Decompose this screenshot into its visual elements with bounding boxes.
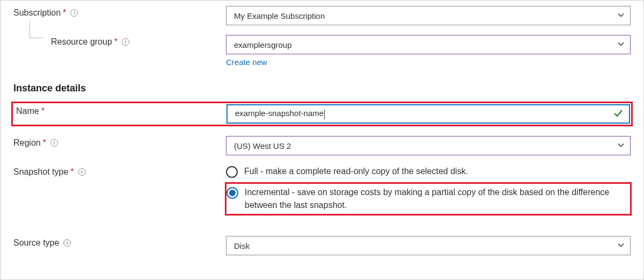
snapshot-type-incremental-option[interactable]: Incremental - save on storage costs by m… <box>226 186 628 212</box>
create-new-link[interactable]: Create new <box>226 58 631 67</box>
subscription-dropdown[interactable]: My Example Subscription <box>226 6 631 25</box>
info-icon[interactable]: i <box>70 9 78 17</box>
name-field-col: example-snapshot-name <box>226 104 630 124</box>
name-input[interactable]: example-snapshot-name <box>226 104 630 124</box>
check-icon <box>613 107 624 121</box>
region-label: Region <box>13 138 41 148</box>
resource-group-dropdown[interactable]: examplersgroup <box>226 35 631 54</box>
chevron-down-icon <box>617 11 625 20</box>
resource-group-value: examplersgroup <box>234 40 292 49</box>
snapshot-type-full-label: Full - make a complete read-only copy of… <box>244 165 468 178</box>
chevron-down-icon <box>617 141 625 150</box>
source-type-dropdown[interactable]: Disk <box>226 236 631 255</box>
snapshot-type-label: Snapshot type <box>13 167 68 177</box>
name-row: Name * example-snapshot-name <box>14 104 630 124</box>
required-marker: * <box>114 37 118 47</box>
source-type-label-col: Source type i <box>13 236 226 248</box>
snapshot-type-full-option[interactable]: Full - make a complete read-only copy of… <box>226 165 631 178</box>
subscription-row: Subscription * i My Example Subscription <box>13 6 631 25</box>
resource-group-label-col: Resource group * i <box>13 35 226 47</box>
name-label: Name <box>16 106 39 116</box>
name-label-col: Name * <box>14 104 226 116</box>
required-marker: * <box>70 167 74 177</box>
name-value: example-snapshot-name <box>235 109 325 119</box>
source-type-label: Source type <box>13 238 59 248</box>
info-icon[interactable]: i <box>50 139 58 147</box>
required-marker: * <box>63 8 66 18</box>
source-type-row: Source type i Disk <box>13 236 631 255</box>
snapshot-type-incremental-label: Incremental - save on storage costs by m… <box>245 186 628 212</box>
region-field-col: (US) West US 2 <box>226 136 631 155</box>
resource-group-label: Resource group <box>51 37 112 47</box>
snapshot-type-label-col: Snapshot type * i <box>13 165 226 177</box>
snapshot-type-incremental-highlight: Incremental - save on storage costs by m… <box>225 182 632 216</box>
region-row: Region * i (US) West US 2 <box>13 136 631 155</box>
name-highlight: Name * example-snapshot-name <box>11 102 633 126</box>
info-icon[interactable]: i <box>78 168 86 176</box>
instance-details-header: Instance details <box>13 83 631 94</box>
tree-connector <box>30 21 43 38</box>
chevron-down-icon <box>617 40 625 49</box>
chevron-down-icon <box>617 241 625 250</box>
radio-dot-icon <box>229 190 236 196</box>
required-marker: * <box>41 106 45 116</box>
resource-group-row: Resource group * i examplersgroup Create… <box>13 35 631 67</box>
resource-group-field-col: examplersgroup Create new <box>226 35 631 67</box>
required-marker: * <box>43 138 46 148</box>
source-type-field-col: Disk <box>226 236 631 255</box>
region-value: (US) West US 2 <box>234 141 291 150</box>
subscription-label: Subscription <box>13 8 61 18</box>
snapshot-type-field-col: Full - make a complete read-only copy of… <box>226 165 631 216</box>
subscription-field-col: My Example Subscription <box>226 6 631 25</box>
info-icon[interactable]: i <box>63 239 71 247</box>
subscription-value: My Example Subscription <box>234 11 325 20</box>
create-snapshot-form-panel: Subscription * i My Example Subscription… <box>0 0 644 280</box>
snapshot-type-row: Snapshot type * i Full - make a complete… <box>13 165 631 216</box>
region-dropdown[interactable]: (US) West US 2 <box>226 136 631 155</box>
radio-icon <box>226 166 238 178</box>
info-icon[interactable]: i <box>122 38 129 46</box>
source-type-value: Disk <box>234 241 250 250</box>
region-label-col: Region * i <box>13 136 226 148</box>
subscription-label-col: Subscription * i <box>13 6 226 18</box>
radio-icon <box>226 187 238 199</box>
